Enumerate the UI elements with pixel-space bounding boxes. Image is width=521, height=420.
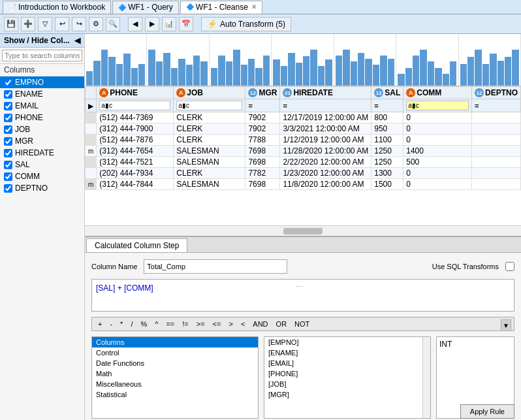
sidebar-item-sal[interactable]: SAL [0,159,84,170]
sidebar-item-comm[interactable]: COMM [0,170,84,182]
expression-box[interactable]: .... [SAL] + [COMM] [91,279,514,312]
lower-panel-inner: Column Name Use SQL Transforms .... [SAL… [85,253,521,420]
sidebar-item-empno[interactable]: EMPNO [0,76,84,88]
checkbox-email[interactable] [4,102,12,110]
op-dropdown[interactable]: ▼ [501,319,511,331]
toolbar-btn-filter[interactable]: ▽ [38,17,52,31]
op-btn-NOT[interactable]: NOT [292,319,311,329]
category-item-control[interactable]: Control [92,347,258,358]
auto-transform-button[interactable]: ⚡ Auto Transform (5) [201,17,291,31]
table-wrapper[interactable]: APHONEAJOB12MGR31HIREDATE12SALACOMM12DEP… [85,86,521,225]
filter-cell-sal: = [371,99,403,112]
cell-sal: 950 [371,123,403,135]
filter-input-phone[interactable] [99,101,170,110]
columns-list[interactable]: [EMPNO][ENAME][EMAIL][PHONE][JOB][MGR] [264,336,431,419]
checkbox-deptno[interactable] [4,184,12,193]
toolbar-btn-add[interactable]: ➕ [21,17,35,31]
checkbox-mgr[interactable] [4,137,12,146]
toolbar-btn-save[interactable]: 💾 [4,17,18,31]
toolbar-btn-redo[interactable]: ↪ [72,17,86,31]
sidebar-item-mgr[interactable]: MGR [0,135,84,147]
checkbox-hiredate[interactable] [4,149,12,157]
sidebar-item-job[interactable]: JOB [0,123,84,135]
checkbox-ename[interactable] [4,90,12,99]
op-btn-AND[interactable]: AND [251,319,270,329]
op-btn-[interactable]: <= [211,319,223,329]
col-badge-sal: 12 [374,88,383,97]
horizontal-scrollbar[interactable] [85,225,521,236]
toolbar-btn-zoom[interactable]: 🔍 [106,17,120,31]
sidebar-item-email[interactable]: EMAIL [0,100,84,112]
op-btn-OR[interactable]: OR [274,319,289,329]
toolbar-btn-settings[interactable]: ⚙ [89,17,103,31]
op-btn-[interactable]: ^ [153,319,160,329]
bar-job [186,65,193,86]
apply-rule-button[interactable]: Apply Rule [460,404,514,419]
bar-deptno [460,64,467,86]
op-btn-[interactable]: * [118,319,125,329]
cell-sal: 1300 [371,168,403,179]
op-btn-[interactable]: == [164,319,176,329]
cell-mgr: 7788 [245,135,280,146]
op-btn-[interactable]: > [227,319,234,329]
tab-query[interactable]: 🔷 WF1 - Query [112,1,179,14]
col-list-item-mgr[interactable]: [MGR] [264,389,422,400]
tab-intro[interactable]: 📄 Introduction to Workbook [3,1,111,14]
col-list-item-email[interactable]: [EMAIL] [264,358,422,368]
cell-deptno [471,179,520,190]
col-list-item-phone[interactable]: [PHONE] [264,368,422,379]
cell-mgr: 7782 [245,168,280,179]
sidebar-item-hiredate[interactable]: HIREDATE [0,147,84,159]
checkbox-empno[interactable] [4,78,12,87]
toolbar-btn-b1[interactable]: ◀ [128,17,142,31]
checkbox-comm[interactable] [4,172,12,181]
filter-input-comm[interactable] [406,101,469,110]
checkbox-phone[interactable] [4,114,12,122]
tab-cleanse[interactable]: 🔷 WF1 - Cleanse ✕ [180,1,262,14]
bar-comm [413,56,419,86]
categories-list[interactable]: ColumnsControlDate FunctionsMathMiscella… [91,336,259,419]
sidebar-header: Show / Hide Col... ◀ [0,34,84,48]
chart-phone [85,34,147,86]
toolbar-btn-b2[interactable]: ▶ [145,17,159,31]
columns-scrollbar[interactable] [422,337,430,418]
op-btn-[interactable]: != [180,319,190,329]
cell-hiredate: 1/23/2020 12:00:00 AM [280,168,371,179]
tab-calculated-column[interactable]: Calculated Column Step [86,238,187,252]
op-btn-[interactable]: < [239,319,247,329]
col-list-item-empno[interactable]: [EMPNO] [264,337,422,347]
sidebar-item-deptno[interactable]: DEPTNO [0,182,84,194]
sidebar-collapse-icon[interactable]: ◀ [74,36,80,45]
sidebar-item-ename[interactable]: ENAME [0,88,84,100]
cell-mgr: 7902 [245,112,280,123]
category-item-columns[interactable]: Columns [92,337,258,347]
op-btn-[interactable]: >= [195,319,207,329]
category-item-statistical[interactable]: Statistical [92,389,258,400]
category-item-miscellaneous[interactable]: Miscellaneous [92,379,258,389]
col-list-item-job[interactable]: [JOB] [264,379,422,389]
op-btn-[interactable]: % [138,319,149,329]
tab-label-intro: Introduction to Workbook [18,3,105,12]
bar-hiredate [318,66,324,86]
op-btn-[interactable]: + [96,319,104,329]
tab-close-cleanse[interactable]: ✕ [251,3,257,10]
filter-input-job[interactable] [176,101,242,110]
col-badge-phone: A [99,88,108,97]
category-item-date-functions[interactable]: Date Functions [92,358,258,368]
category-item-math[interactable]: Math [92,368,258,379]
checkbox-sal[interactable] [4,161,12,169]
col-name-input[interactable] [144,259,287,274]
toolbar-btn-undo[interactable]: ↩ [55,17,69,31]
toolbar-btn-b3[interactable]: 📊 [162,17,176,31]
hscroll-thumb[interactable] [283,228,323,234]
sql-transforms-checkbox[interactable] [505,262,514,271]
bar-mgr [248,59,255,86]
op-btn-[interactable]: / [129,319,134,329]
sidebar-item-phone[interactable]: PHONE [0,112,84,123]
search-input[interactable] [2,50,82,61]
bar-hiredate [273,59,279,86]
checkbox-job[interactable] [4,125,12,134]
op-btn-[interactable]: - [108,319,114,329]
col-list-item-ename[interactable]: [ENAME] [264,347,422,358]
toolbar-btn-b4[interactable]: 📅 [179,17,193,31]
